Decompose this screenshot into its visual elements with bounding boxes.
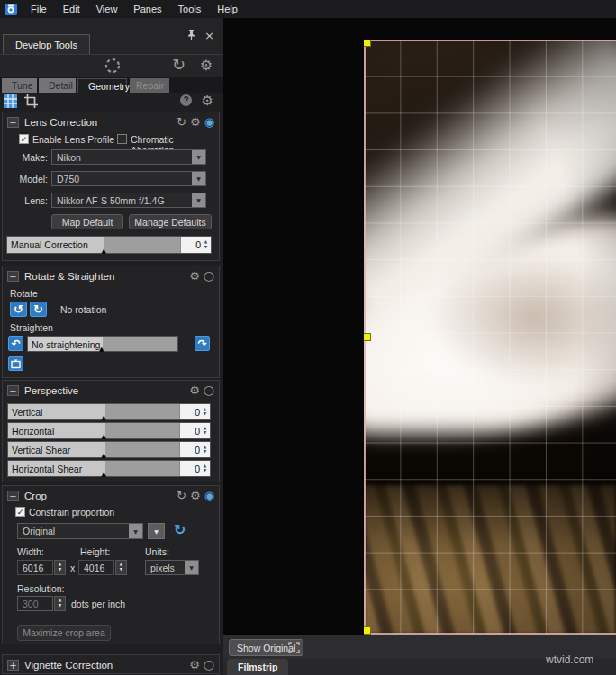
width-spinner[interactable]: ▲▼ — [54, 560, 66, 575]
panel-title-tab[interactable]: Develop Tools — [3, 34, 90, 54]
crop-handle-bottom-left[interactable] — [364, 626, 371, 634]
slider-value-box[interactable]: 0 ▲▼ — [179, 423, 210, 438]
spinner[interactable]: ▲▼ — [201, 443, 209, 456]
preset-menu-button[interactable]: ▼ — [148, 523, 165, 539]
reset-icon[interactable]: ↻ — [177, 116, 186, 128]
filmstrip-tab[interactable]: Filmstrip — [227, 659, 288, 675]
slider-marker-icon[interactable]: ▲ — [102, 415, 106, 420]
crop-reset-icon[interactable]: ↻ — [174, 521, 186, 538]
height-spinner[interactable]: ▲▼ — [115, 560, 127, 575]
gear-icon[interactable]: ⚙ — [189, 270, 200, 282]
constrain-proportion-checkbox[interactable]: ✓ — [15, 507, 25, 517]
units-dropdown[interactable]: pixels ▼ — [145, 560, 199, 575]
gear-icon[interactable]: ⚙ — [190, 490, 201, 501]
units-label: Units: — [145, 546, 169, 557]
map-default-button[interactable]: Map Default — [51, 214, 123, 230]
enable-lens-profile-checkbox[interactable]: ✓ — [19, 134, 29, 144]
slider-marker-icon[interactable]: ▲ — [102, 453, 106, 458]
slider-value-box[interactable]: 0 ▲▼ — [179, 442, 210, 457]
menu-panes[interactable]: Panes — [125, 0, 169, 18]
vertical-slider[interactable]: Vertical 0 ▲▼ ▲ — [7, 403, 211, 420]
enabled-toggle-icon[interactable]: ◉ — [204, 116, 214, 128]
crop-border[interactable] — [364, 40, 616, 634]
lens-dropdown[interactable]: Nikkor AF-S 50mm f/1.4G ▼ — [51, 193, 206, 208]
vertical-shear-slider[interactable]: Vertical Shear 0 ▲▼ ▲ — [7, 441, 211, 458]
menu-file[interactable]: File — [23, 0, 55, 18]
tab-geometry[interactable]: Geometry — [77, 78, 127, 93]
reset-all-icon[interactable]: ↻ — [172, 58, 186, 72]
spinner[interactable]: ▲▼ — [201, 405, 209, 418]
menu-view[interactable]: View — [88, 0, 126, 18]
enabled-toggle-icon[interactable]: ◉ — [204, 490, 214, 501]
pin-icon[interactable] — [186, 28, 196, 44]
tab-repair[interactable]: Repair — [130, 78, 169, 93]
dropdown-arrow-icon[interactable]: ▼ — [129, 524, 142, 538]
manual-correction-slider[interactable]: Manual Correction 0 ▲▼ ▲ — [6, 236, 212, 254]
make-dropdown[interactable]: Nikon ▼ — [51, 149, 206, 165]
auto-crop-rotate-button[interactable] — [8, 356, 23, 371]
dropdown-arrow-icon[interactable]: ▼ — [192, 150, 205, 164]
slider-value-box[interactable]: 0 ▲▼ — [179, 461, 210, 476]
horizontal-shear-slider[interactable]: Horizontal Shear 0 ▲▼ ▲ — [7, 460, 211, 477]
slider-marker-icon[interactable]: ▲ — [101, 248, 105, 254]
expand-button[interactable]: + — [7, 660, 19, 670]
menu-edit[interactable]: Edit — [55, 0, 88, 18]
width-field[interactable]: 6016 — [17, 560, 53, 575]
slider-value-box[interactable]: 0 ▲▼ — [180, 237, 211, 253]
tab-tune[interactable]: Tune — [2, 78, 37, 93]
dropdown-arrow-icon[interactable]: ▼ — [192, 172, 205, 185]
toggle-icon[interactable]: ○ — [204, 659, 214, 670]
develop-process-icon[interactable] — [104, 57, 122, 78]
reset-icon[interactable]: ↻ — [177, 490, 186, 501]
straighten-slider[interactable]: No straightening ▲ — [27, 336, 178, 352]
rotate-ccw-button[interactable]: ↺ — [10, 302, 27, 317]
toggle-icon[interactable]: ○ — [204, 384, 214, 396]
maximize-crop-area-button[interactable]: Maximize crop area — [17, 625, 111, 641]
dropdown-arrow-icon[interactable]: ▼ — [192, 194, 205, 207]
manage-defaults-button[interactable]: Manage Defaults — [129, 214, 212, 230]
crop-preset-dropdown[interactable]: Original ▼ — [17, 523, 143, 539]
fit-to-screen-icon[interactable] — [288, 641, 300, 657]
straighten-left-button[interactable]: ↶ — [8, 336, 23, 351]
dropdown-arrow-icon[interactable]: ▼ — [185, 561, 198, 574]
help-icon[interactable]: ? — [180, 94, 192, 106]
collapse-button[interactable]: − — [7, 117, 19, 128]
menu-tools[interactable]: Tools — [170, 0, 210, 18]
close-icon[interactable]: × — [204, 30, 214, 41]
gear-icon[interactable]: ⚙ — [189, 384, 200, 396]
collapse-button[interactable]: − — [7, 385, 19, 396]
panel-title: Develop Tools — [15, 40, 77, 50]
menu-help[interactable]: Help — [209, 0, 246, 18]
chromatic-aberration-checkbox[interactable] — [117, 134, 127, 144]
photo-book[interactable] — [364, 40, 616, 634]
slider-marker-icon[interactable]: ▲ — [99, 346, 104, 352]
model-dropdown[interactable]: D750 ▼ — [51, 171, 206, 186]
settings-icon[interactable]: ⚙ — [200, 58, 213, 73]
height-field[interactable]: 4016 — [78, 560, 114, 575]
straighten-right-button[interactable]: ↷ — [195, 336, 210, 351]
toggle-icon[interactable]: ○ — [204, 270, 214, 282]
slider-value-box[interactable]: 0 ▲▼ — [179, 404, 210, 419]
crop-handle-top-left[interactable] — [364, 40, 371, 47]
show-grid-icon[interactable] — [4, 94, 17, 112]
spinner[interactable]: ▲▼ — [202, 238, 210, 252]
rotate-cw-button[interactable]: ↻ — [30, 302, 47, 317]
slider-marker-icon[interactable]: ▲ — [102, 434, 106, 439]
resolution-spinner[interactable]: ▲▼ — [54, 596, 66, 611]
gear-icon[interactable]: ⚙ — [190, 116, 201, 128]
crop-tool-icon[interactable] — [24, 94, 38, 112]
gear-icon[interactable]: ⚙ — [202, 93, 213, 109]
collapse-button[interactable]: − — [7, 490, 19, 501]
spinner[interactable]: ▲▼ — [201, 462, 209, 475]
resolution-field[interactable]: 300 — [17, 596, 53, 611]
gear-icon[interactable]: ⚙ — [189, 659, 200, 670]
image-preview-area[interactable]: Show Original Filmstrip wtvid.com — [223, 18, 616, 635]
spinner[interactable]: ▲▼ — [201, 424, 209, 437]
tab-detail[interactable]: Detail — [39, 78, 76, 93]
collapse-button[interactable]: − — [7, 271, 19, 282]
app-camera-icon[interactable] — [5, 4, 17, 15]
slider-marker-icon[interactable]: ▲ — [102, 472, 106, 477]
section-title: Rotate & Straighten — [24, 271, 114, 282]
crop-handle-mid-left[interactable] — [364, 333, 371, 341]
horizontal-slider[interactable]: Horizontal 0 ▲▼ ▲ — [7, 422, 211, 439]
